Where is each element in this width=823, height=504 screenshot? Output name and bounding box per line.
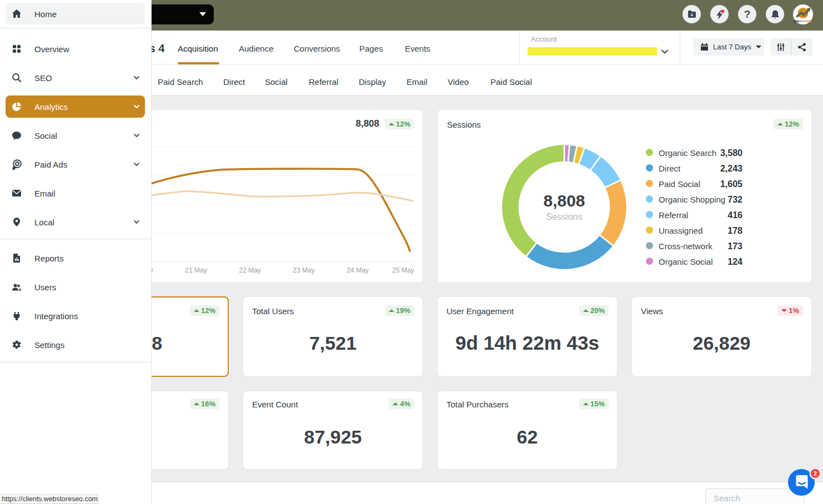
svg-text:WebStoreSEO: WebStoreSEO — [794, 20, 812, 23]
